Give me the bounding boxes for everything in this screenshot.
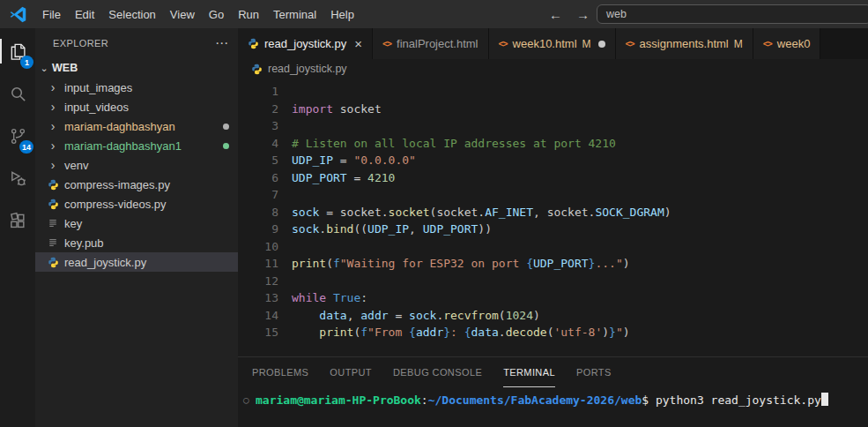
- sidebar-item-input_images[interactable]: ›input_images: [35, 78, 238, 97]
- vscode-window: FileEditSelectionViewGoRunTerminalHelp ←…: [0, 0, 868, 427]
- sidebar-item-key[interactable]: key: [35, 214, 238, 233]
- extensions-icon[interactable]: [0, 199, 35, 242]
- code-line: 9sock.bind((UDP_IP, UDP_PORT)): [238, 221, 868, 238]
- panel-tab-problems[interactable]: PROBLEMS: [252, 357, 308, 387]
- explorer-sidebar: EXPLORER ⋯ ⌄ WEB ›input_images›input_vid…: [35, 28, 238, 427]
- more-actions-icon[interactable]: ⋯: [215, 35, 229, 51]
- tab-week0[interactable]: <>week0: [753, 28, 821, 59]
- file-label: key.pub: [64, 236, 104, 250]
- html-icon: <>: [499, 39, 508, 49]
- terminal-prompt-symbol: $: [642, 393, 649, 407]
- sidebar-item-compress-images.py[interactable]: compress-images.py: [35, 175, 238, 194]
- code-line: 8sock = socket.socket(socket.AF_INET, so…: [238, 204, 868, 221]
- panel-tab-debug-console[interactable]: DEBUG CONSOLE: [393, 357, 482, 387]
- menu-file[interactable]: File: [35, 8, 68, 21]
- tab-finalProject.html[interactable]: <>finalProject.html: [373, 28, 489, 59]
- chevron-down-icon: ⌄: [39, 63, 49, 74]
- source-control-icon[interactable]: 14: [0, 115, 35, 157]
- line-text: data, addr = sock.recvfrom(1024): [278, 307, 540, 325]
- tab-label: week10.html: [513, 37, 577, 50]
- line-number: 12: [238, 273, 278, 290]
- chevron-right-icon: ›: [47, 120, 59, 132]
- code-line: 15 print(f"From {addr}: {data.decode('ut…: [238, 324, 868, 341]
- line-text: [278, 117, 292, 135]
- sidebar-header: EXPLORER ⋯: [35, 28, 238, 58]
- menu-edit[interactable]: Edit: [68, 8, 101, 21]
- sidebar-item-input_videos[interactable]: ›input_videos: [35, 97, 238, 116]
- terminal[interactable]: ○ mariam@mariam-HP-ProBook:~/Documents/F…: [238, 387, 868, 427]
- menu-terminal[interactable]: Terminal: [266, 8, 323, 21]
- close-icon[interactable]: ×: [354, 36, 362, 51]
- line-number: 5: [238, 152, 278, 169]
- tab-week10.html[interactable]: <>week10.htmlM: [489, 28, 616, 59]
- sidebar-section-web[interactable]: ⌄ WEB: [35, 58, 238, 78]
- file-tree: ›input_images›input_videos›mariam-daghba…: [35, 78, 238, 272]
- line-text: sock = socket.socket(socket.AF_INET, soc…: [278, 204, 671, 221]
- explorer-icon[interactable]: 1: [0, 30, 35, 72]
- tab-read_joystick.py[interactable]: read_joystick.py×: [238, 28, 373, 59]
- line-number: 11: [238, 255, 278, 273]
- menu-view[interactable]: View: [163, 8, 202, 21]
- code-line: 12: [238, 273, 868, 290]
- line-text: [278, 186, 292, 204]
- file-label: mariam-daghbashyan1: [64, 139, 182, 153]
- code-line: 10: [238, 238, 868, 256]
- line-number: 14: [238, 307, 278, 325]
- line-text: [278, 273, 292, 290]
- breadcrumb-file: read_joystick.py: [268, 63, 347, 75]
- panel-tab-output[interactable]: OUTPUT: [330, 357, 372, 387]
- sidebar-item-compress-videos.py[interactable]: compress-videos.py: [35, 194, 238, 214]
- back-arrow-icon[interactable]: ←: [542, 7, 569, 22]
- file-icon: [47, 237, 59, 248]
- panel-tab-ports[interactable]: PORTS: [576, 357, 612, 387]
- line-number: 2: [238, 101, 278, 118]
- python-icon: [248, 38, 259, 49]
- sidebar-item-venv[interactable]: ›venv: [35, 155, 238, 175]
- menu-go[interactable]: Go: [202, 8, 231, 21]
- menu-selection[interactable]: Selection: [101, 8, 162, 21]
- menu-run[interactable]: Run: [231, 8, 266, 21]
- terminal-path: ~/Documents/FabAcademy-2026/web: [428, 393, 642, 407]
- breadcrumb[interactable]: read_joystick.py: [238, 59, 868, 79]
- tab-assignments.html[interactable]: <>assignments.htmlM: [616, 28, 753, 59]
- panel-tab-terminal[interactable]: TERMINAL: [503, 357, 555, 387]
- line-number: 3: [238, 117, 278, 135]
- line-text: import socket: [278, 101, 382, 118]
- python-icon: [47, 199, 59, 210]
- menu-bar: FileEditSelectionViewGoRunTerminalHelp: [35, 8, 361, 21]
- line-text: [278, 83, 292, 101]
- html-icon: <>: [382, 39, 391, 49]
- python-icon: [251, 64, 263, 75]
- html-icon: <>: [763, 39, 772, 49]
- search-icon[interactable]: [0, 72, 35, 115]
- code-editor[interactable]: 12import socket34# Listen on all local I…: [238, 79, 868, 356]
- vscode-logo-icon: [0, 5, 35, 24]
- command-center-search[interactable]: web: [597, 4, 868, 24]
- code-line: 2import socket: [238, 101, 868, 118]
- terminal-separator: :: [421, 393, 428, 407]
- sidebar-item-mariam-daghbashyan[interactable]: ›mariam-daghbashyan: [35, 116, 238, 136]
- file-label: key: [64, 217, 82, 230]
- line-number: 10: [238, 238, 278, 256]
- sidebar-item-key.pub[interactable]: key.pub: [35, 233, 238, 252]
- git-status-badge: M: [582, 38, 591, 50]
- tab-label: read_joystick.py: [264, 37, 346, 50]
- python-icon: [47, 179, 59, 191]
- file-label: mariam-daghbashyan: [64, 120, 175, 133]
- line-number: 15: [238, 324, 278, 341]
- section-label: WEB: [52, 62, 78, 74]
- code-line: 3: [238, 117, 868, 135]
- editor-area: read_joystick.py×<>finalProject.html<>we…: [238, 28, 868, 427]
- line-number: 7: [238, 186, 278, 204]
- tab-label: week0: [777, 37, 811, 50]
- code-line: 5UDP_IP = "0.0.0.0": [238, 152, 868, 169]
- sidebar-item-mariam-daghbashyan1[interactable]: ›mariam-daghbashyan1: [35, 136, 238, 155]
- line-text: # Listen on all local IP addresses at po…: [278, 135, 616, 153]
- run-and-debug-icon[interactable]: [0, 157, 35, 199]
- forward-arrow-icon[interactable]: →: [569, 7, 597, 22]
- sidebar-item-read_joystick.py[interactable]: read_joystick.py: [35, 252, 238, 272]
- terminal-command: python3 read_joystick.py: [649, 393, 821, 407]
- menu-help[interactable]: Help: [323, 8, 361, 21]
- git-change-dot: [223, 143, 229, 149]
- code-line: 11print(f"Waiting for ESP32 on port {UDP…: [238, 255, 868, 273]
